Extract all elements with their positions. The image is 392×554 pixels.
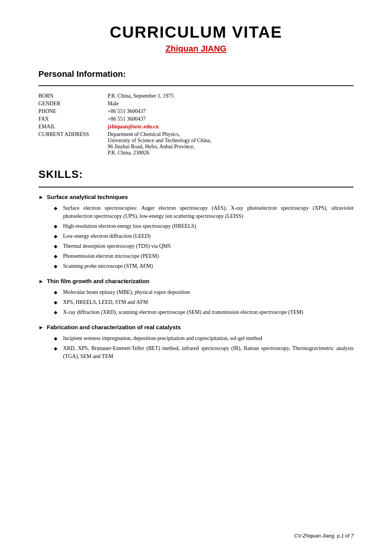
bullet-text: Surface electron spectroscopies: Auger e… [63, 204, 354, 220]
main-title: CURRICULUM VITAE [38, 23, 354, 41]
list-item: ◆ XRD, XPS, Brunauer-Emmett-Teller (BET)… [54, 344, 354, 360]
table-row: CURRENT ADDRESS Department of Chemical P… [38, 131, 354, 157]
bullet-text: High-resolution electron energy loss spe… [63, 222, 354, 230]
field-value-born: P.R. China, September 1, 1975 [108, 92, 354, 100]
list-item: ◆ High-resolution electron energy loss s… [54, 222, 354, 230]
field-label-email: EMAIL [38, 123, 108, 131]
list-item: ◆ Photoemission electron microscope (PEE… [54, 252, 354, 260]
table-row: GENDER Male [38, 100, 354, 108]
field-value-address: Department of Chemical Physics, Universi… [108, 131, 354, 157]
skill-category-thinfilm: ► Thin film growth and characterization … [38, 278, 354, 316]
diamond-bullet-icon: ◆ [54, 205, 59, 212]
bullet-list-catalysts: ◆ Incipient wetness impregnation, deposi… [38, 334, 354, 360]
field-label-gender: GENDER [38, 100, 108, 108]
page-footer: CV-Zhiquan Jiang, p.1 of 7 [294, 533, 354, 539]
bullet-text: Photoemission electron microscope (PEEM) [63, 252, 354, 260]
list-item: ◆ Incipient wetness impregnation, deposi… [54, 334, 354, 342]
list-item: ◆ X-ray diffraction (XRD), scanning elec… [54, 308, 354, 316]
skill-category-label-surface: Surface analytical techniques [47, 194, 128, 200]
bullet-text: Incipient wetness impregnation, depositi… [63, 334, 354, 342]
table-row: EMAIL jzhiquan@ustc.edu.cn [38, 123, 354, 131]
arrow-icon: ► [38, 194, 44, 200]
bullet-text: XPS, HREELS, LEED, STM and AFM [63, 298, 354, 306]
bullet-text: Molecular beam epitaxy (MBE), physical v… [63, 288, 354, 296]
bullet-list-thinfilm: ◆ Molecular beam epitaxy (MBE), physical… [38, 288, 354, 316]
bullet-text: XRD, XPS, Brunauer-Emmett-Teller (BET) m… [63, 344, 354, 360]
arrow-icon: ► [38, 278, 44, 284]
email-link[interactable]: jzhiquan@ustc.edu.cn [108, 124, 159, 129]
table-row: PHONE +86 551 3600437 [38, 108, 354, 115]
diamond-bullet-icon: ◆ [54, 233, 59, 240]
diamond-bullet-icon: ◆ [54, 299, 59, 306]
list-item: ◆ Scanning probe microscope (STM, AFM) [54, 262, 354, 270]
arrow-icon: ► [38, 324, 44, 330]
bullet-list-surface: ◆ Surface electron spectroscopies: Auger… [38, 204, 354, 270]
table-row: BORN P.R. China, September 1, 1975 [38, 92, 354, 100]
field-value-gender: Male [108, 100, 354, 108]
bullet-text: Scanning probe microscope (STM, AFM) [63, 262, 354, 270]
diamond-bullet-icon: ◆ [54, 243, 59, 250]
skill-category-label-catalysts: Fabrication and characterization of real… [47, 324, 181, 330]
field-label-fax: FAX [38, 115, 108, 123]
diamond-bullet-icon: ◆ [54, 223, 59, 230]
skills-section: SKILLS: ► Surface analytical techniques … [38, 168, 354, 360]
list-item: ◆ Molecular beam epitaxy (MBE), physical… [54, 288, 354, 296]
skill-category-title-catalysts: ► Fabrication and characterization of re… [38, 324, 354, 330]
list-item: ◆ Surface electron spectroscopies: Auger… [54, 204, 354, 220]
diamond-bullet-icon: ◆ [54, 309, 59, 316]
skill-category-title-surface: ► Surface analytical techniques [38, 194, 354, 200]
field-value-fax: +86 551 3600437 [108, 115, 354, 123]
diamond-bullet-icon: ◆ [54, 263, 59, 270]
skill-category-title-thinfilm: ► Thin film growth and characterization [38, 278, 354, 284]
skill-category-label-thinfilm: Thin film growth and characterization [47, 278, 149, 284]
page: CURRICULUM VITAE Zhiquan JIANG Personal … [0, 0, 392, 554]
list-item: ◆ XPS, HREELS, LEED, STM and AFM [54, 298, 354, 306]
diamond-bullet-icon: ◆ [54, 289, 59, 296]
personal-info-divider [38, 85, 354, 86]
personal-info-title: Personal Information: [38, 69, 354, 79]
page-footer-text: CV-Zhiquan Jiang, p.1 of 7 [294, 533, 354, 539]
diamond-bullet-icon: ◆ [54, 345, 59, 352]
diamond-bullet-icon: ◆ [54, 253, 59, 260]
field-value-phone: +86 551 3600437 [108, 108, 354, 115]
header-block: CURRICULUM VITAE Zhiquan JIANG [38, 23, 354, 54]
field-label-born: BORN [38, 92, 108, 100]
personal-info-table: BORN P.R. China, September 1, 1975 GENDE… [38, 92, 354, 157]
list-item: ◆ Low-energy electron diffraction (LEED) [54, 232, 354, 240]
skill-category-catalysts: ► Fabrication and characterization of re… [38, 324, 354, 360]
skills-title: SKILLS: [38, 168, 354, 181]
bullet-text: Thermal desorption spectroscopy (TDS) vi… [63, 242, 354, 250]
bullet-text: X-ray diffraction (XRD), scanning electr… [63, 308, 354, 316]
table-row: FAX +86 551 3600437 [38, 115, 354, 123]
diamond-bullet-icon: ◆ [54, 335, 59, 342]
sub-title: Zhiquan JIANG [38, 44, 354, 54]
personal-info-section: Personal Information: BORN P.R. China, S… [38, 69, 354, 157]
bullet-text: Low-energy electron diffraction (LEED) [63, 232, 354, 240]
field-value-email: jzhiquan@ustc.edu.cn [108, 123, 354, 131]
field-label-address: CURRENT ADDRESS [38, 131, 108, 157]
field-label-phone: PHONE [38, 108, 108, 115]
skills-divider [38, 187, 354, 187]
skill-category-surface: ► Surface analytical techniques ◆ Surfac… [38, 194, 354, 270]
list-item: ◆ Thermal desorption spectroscopy (TDS) … [54, 242, 354, 250]
